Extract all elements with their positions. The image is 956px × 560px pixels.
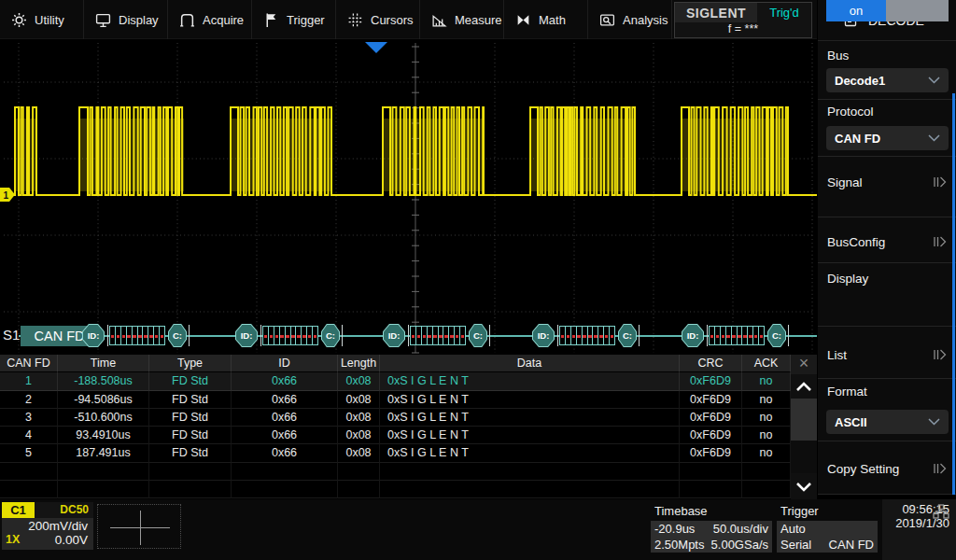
table-cell[interactable]: 0x08 (338, 409, 380, 427)
table-cell[interactable]: 0xS I G L E N T (380, 372, 680, 390)
table-cell[interactable]: 0x66 (232, 391, 338, 409)
table-cell (232, 463, 338, 481)
menu-item-cursors[interactable]: Cursors (336, 0, 420, 39)
table-cell[interactable]: 5 (0, 444, 58, 462)
submenu-arrow-icon (932, 235, 948, 248)
trigger-panel[interactable]: Trigger Auto Serial CAN FD (777, 503, 878, 553)
menu-item-acquire[interactable]: Acquire (168, 0, 252, 39)
bus-select[interactable]: Decode1 (826, 68, 949, 92)
display-toggle[interactable]: on (826, 0, 949, 21)
table-cell[interactable]: no (742, 391, 791, 409)
decode-data-block (410, 326, 466, 345)
table-cell[interactable]: 3 (0, 409, 58, 427)
table-cell[interactable]: no (742, 372, 791, 390)
table-cell[interactable]: 93.4910us (58, 427, 149, 444)
decode-sidebar: DECODE Bus Decode1 Protocol CAN FD Signa… (817, 0, 956, 495)
trigger-position-marker[interactable] (364, 41, 388, 54)
table-cell[interactable]: 0x08 (338, 372, 380, 390)
table-cell[interactable]: 0x08 (338, 444, 380, 462)
decode-data-block (709, 326, 765, 345)
table-cell[interactable]: 0x66 (232, 427, 338, 444)
format-select[interactable]: ASCII (826, 410, 949, 434)
table-cell[interactable]: 0x08 (338, 427, 380, 444)
sidebar-scroll-indicator[interactable] (952, 93, 955, 495)
display-toggle-off (886, 0, 949, 21)
table-cell[interactable]: -188.508us (58, 372, 149, 390)
table-cell[interactable]: 0x66 (232, 372, 338, 390)
close-icon[interactable]: × (791, 355, 817, 374)
scrollbar-thumb[interactable] (791, 399, 817, 441)
list-label: List (827, 348, 847, 362)
menu-item-trigger[interactable]: Trigger (252, 0, 336, 39)
table-cell[interactable]: 0xS I G L E N T (380, 444, 680, 462)
submenu-arrow-icon (932, 462, 948, 475)
decode-list-table: CAN FDTimeTypeIDLengthDataCRCACK1-188.50… (0, 355, 817, 499)
table-cell (58, 481, 149, 498)
waveform-display: 1 S1 CAN FD ID:C:ID:C:ID:C:ID:C:ID:C: (0, 39, 817, 355)
chevron-down-icon (928, 77, 940, 84)
submenu-arrow-icon (932, 175, 948, 189)
copy-setting-menu-item[interactable]: Copy Setting (818, 457, 956, 480)
table-cell[interactable]: 0xF6D9 (680, 444, 742, 462)
table-cell[interactable]: FD Std (149, 427, 232, 444)
channel1-coupling: DC50 (60, 502, 93, 518)
table-cell[interactable]: 0x66 (232, 409, 338, 427)
decode-crc-badge: C: (168, 324, 187, 347)
scrollbar-track[interactable] (791, 399, 817, 473)
timebase-panel[interactable]: Timebase -20.9us 50.0us/div 2.50Mpts 5.0… (651, 503, 772, 553)
decode-data-block (559, 326, 615, 345)
format-select-value: ASCII (835, 415, 867, 429)
table-cell[interactable]: 0xF6D9 (680, 391, 742, 409)
channel1-level-marker[interactable]: 1 (0, 187, 16, 203)
channel1-offset: 0.00V (55, 533, 88, 547)
table-cell[interactable]: 0xF6D9 (680, 409, 742, 427)
signal-menu-item[interactable]: Signal (818, 171, 956, 193)
table-cell[interactable]: FD Std (149, 409, 232, 427)
list-menu-item[interactable]: List (818, 343, 956, 366)
table-cell[interactable]: -94.5086us (58, 391, 149, 409)
channel1-descriptor[interactable]: C1 DC50 200mV/div 1X 0.00V (2, 502, 93, 550)
table-cell[interactable]: 187.491us (58, 444, 149, 462)
table-cell[interactable]: 0xS I G L E N T (380, 391, 680, 409)
logo-box: SIGLENT Trig'd f = *** (674, 2, 812, 38)
table-header-length: Length (338, 355, 380, 372)
menu-item-analysis[interactable]: Analysis (588, 0, 672, 39)
table-cell[interactable]: FD Std (149, 444, 232, 462)
table-cell[interactable]: 4 (0, 427, 58, 444)
scroll-down-button[interactable] (791, 473, 817, 499)
table-cell[interactable]: 0x66 (232, 444, 338, 462)
menu-item-label: Analysis (623, 13, 668, 27)
decode-data-block (109, 326, 165, 345)
timebase-points: 2.50Mpts (654, 538, 704, 552)
table-cell[interactable]: -510.600ns (58, 409, 149, 427)
table-cell[interactable]: 0xS I G L E N T (380, 409, 680, 427)
bus-label: Bus (827, 49, 849, 63)
decode-table-grid: CAN FDTimeTypeIDLengthDataCRCACK1-188.50… (0, 355, 791, 499)
scroll-up-button[interactable] (791, 374, 817, 399)
table-cell[interactable]: no (742, 444, 791, 462)
menu-item-display[interactable]: Display (84, 0, 168, 39)
table-cell[interactable]: 0xF6D9 (680, 372, 742, 390)
table-cell[interactable]: no (742, 427, 791, 444)
ruler-icon (431, 12, 447, 28)
busconfig-menu-item[interactable]: BusConfig (818, 231, 956, 253)
channel1-probe: 1X (6, 533, 20, 547)
menu-item-math[interactable]: Math (504, 0, 588, 39)
table-header-ack: ACK (742, 355, 791, 372)
menu-item-measure[interactable]: Measure (420, 0, 504, 39)
chevron-down-icon (928, 418, 940, 426)
table-cell[interactable]: FD Std (149, 372, 232, 390)
menu-item-label: Trigger (287, 13, 325, 27)
table-cell[interactable]: 2 (0, 391, 58, 409)
display-label: Display (827, 272, 868, 286)
table-cell[interactable]: FD Std (149, 391, 232, 409)
table-cell[interactable]: 0x08 (338, 391, 380, 409)
table-cell[interactable]: 1 (0, 372, 58, 390)
table-cell[interactable]: no (742, 409, 791, 427)
menu-item-utility[interactable]: Utility (0, 0, 84, 39)
table-cell[interactable]: 0xF6D9 (680, 427, 742, 444)
protocol-select[interactable]: CAN FD (826, 126, 949, 150)
menu-item-label: Math (539, 13, 566, 27)
protocol-label: Protocol (827, 105, 874, 119)
table-cell[interactable]: 0xS I G L E N T (380, 427, 680, 444)
